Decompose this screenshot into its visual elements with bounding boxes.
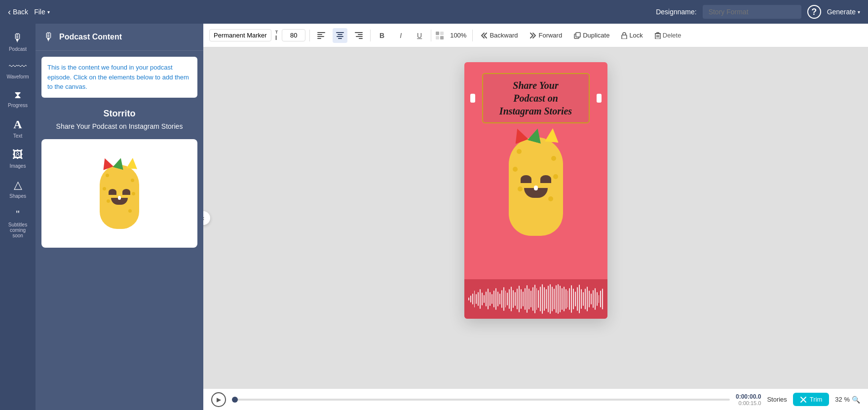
font-size-icon: TI	[275, 30, 278, 41]
dot1	[106, 174, 109, 177]
waveform-bar	[548, 286, 549, 312]
story-card[interactable]: Share Your Podcast on Instagram Stories	[464, 62, 607, 319]
svg-rect-3	[317, 38, 321, 39]
progress-thumb[interactable]	[232, 397, 238, 403]
font-size-input[interactable]	[282, 29, 305, 41]
canvas-area[interactable]: ‹ Share Your Podcast on Instagram Storie…	[203, 47, 868, 388]
panel-collapse-button[interactable]: ‹	[203, 211, 210, 225]
align-center-button[interactable]	[333, 28, 347, 43]
italic-button[interactable]: I	[393, 28, 408, 43]
divider4	[472, 30, 473, 41]
burrito-fillings	[101, 158, 138, 169]
waveform-bar	[493, 291, 494, 307]
waveform-bar	[567, 291, 568, 307]
trim-button[interactable]: Trim	[793, 393, 830, 406]
help-button[interactable]: ?	[807, 5, 821, 19]
waveform-bar	[600, 291, 601, 307]
waveform-bar	[564, 287, 565, 311]
generate-button[interactable]: Generate	[827, 8, 860, 16]
svg-rect-15	[440, 36, 444, 39]
story-title-text: Share Your Podcast on Instagram Stories	[490, 79, 582, 117]
font-family-selector[interactable]: Permanent Marker	[209, 29, 271, 41]
top-bar-right: Designname: ? Generate	[656, 5, 860, 19]
waveform-bar	[527, 285, 528, 313]
time-display: 0:00:00.0 0:00:15.0	[736, 393, 761, 406]
story-face	[521, 175, 551, 198]
sidebar-item-waveform[interactable]: 〰〰 Waveform	[2, 58, 34, 83]
waveform-bar	[486, 292, 487, 307]
sidebar-item-podcast[interactable]: 🎙 Podcast	[2, 28, 34, 56]
align-right-button[interactable]	[351, 28, 366, 43]
forward-button[interactable]: Forward	[526, 30, 566, 41]
waveform-bar	[556, 285, 557, 313]
back-button[interactable]: Back	[8, 7, 28, 17]
svg-rect-11	[359, 38, 363, 39]
waveform-bar	[530, 291, 531, 307]
handle-right[interactable]	[597, 94, 602, 103]
svg-rect-4	[336, 32, 344, 33]
handle-left[interactable]	[470, 94, 475, 103]
main-layout: 🎙 Podcast 〰〰 Waveform ⧗ Progress A Text …	[0, 24, 868, 410]
waveform-bar	[595, 288, 596, 310]
svg-rect-9	[358, 34, 363, 35]
thumbnail-container[interactable]	[41, 139, 197, 248]
burrito-face	[109, 189, 130, 205]
time-current: 0:00:00.0	[736, 393, 761, 400]
design-name-input[interactable]	[703, 5, 801, 19]
waveform-bar	[591, 294, 592, 304]
episode-title[interactable]: Share Your Podcast on Instagram Stories	[36, 122, 203, 138]
delete-button[interactable]: Delete	[651, 30, 685, 41]
lock-icon	[621, 32, 627, 39]
mustache	[111, 198, 128, 205]
eye-right	[122, 189, 130, 195]
sidebar-item-progress[interactable]: ⧗ Progress	[2, 85, 34, 112]
shapes-icon: △	[14, 179, 22, 191]
sidebar-item-shapes[interactable]: △ Shapes	[2, 175, 34, 203]
sidebar-item-text[interactable]: A Text	[2, 114, 34, 143]
top-bar: Back File Designname: ? Generate	[0, 0, 868, 24]
file-button[interactable]: File	[34, 8, 50, 16]
progress-track[interactable]	[232, 399, 730, 401]
underline-button[interactable]: U	[412, 28, 427, 43]
waveform-bar	[515, 292, 516, 306]
content-area: Permanent Marker TI B I U	[203, 24, 868, 410]
sidebar-item-subtitles[interactable]: " Subtitles coming soon	[2, 205, 34, 242]
waveform-icon: 〰〰	[9, 62, 27, 72]
waveform-bar	[544, 287, 545, 311]
waveform-bar	[523, 292, 524, 307]
waveform-bar	[474, 291, 475, 307]
dot4	[131, 179, 134, 182]
divider3	[431, 30, 431, 41]
filling-red	[100, 156, 113, 170]
bold-button[interactable]: B	[375, 28, 389, 43]
sb-dot5	[553, 174, 558, 179]
designname-label: Designname:	[656, 8, 697, 16]
waveform-bar	[560, 286, 561, 312]
waveform-bar	[484, 295, 485, 303]
svg-rect-7	[338, 38, 342, 39]
duplicate-button[interactable]: Duplicate	[570, 30, 613, 41]
waveform-bar	[585, 289, 586, 309]
top-bar-left: Back File	[8, 7, 50, 17]
lock-button[interactable]: Lock	[617, 30, 646, 41]
waveform-bar	[497, 292, 498, 307]
duplicate-icon	[574, 32, 581, 39]
svg-rect-14	[436, 36, 439, 39]
eye-left	[109, 189, 116, 195]
podcast-name[interactable]: Storrito	[36, 104, 203, 122]
waveform-bar	[593, 290, 594, 308]
story-burrito-body	[509, 137, 563, 236]
waveform-bar	[505, 291, 506, 307]
play-button[interactable]: ▶	[211, 392, 226, 407]
backward-button[interactable]: Backward	[477, 30, 522, 41]
burrito-body	[100, 165, 139, 229]
sidebar-item-images[interactable]: 🖼 Images	[2, 145, 34, 173]
waveform-bar	[507, 293, 508, 305]
align-left-button[interactable]	[314, 28, 329, 43]
svg-rect-13	[440, 32, 444, 35]
waveform-bar	[470, 296, 471, 302]
sidebar-item-label-progress: Progress	[8, 103, 28, 108]
waveform-bar	[495, 288, 496, 310]
sidebar-item-label-shapes: Shapes	[9, 193, 26, 199]
story-title-box[interactable]: Share Your Podcast on Instagram Stories	[482, 73, 590, 123]
